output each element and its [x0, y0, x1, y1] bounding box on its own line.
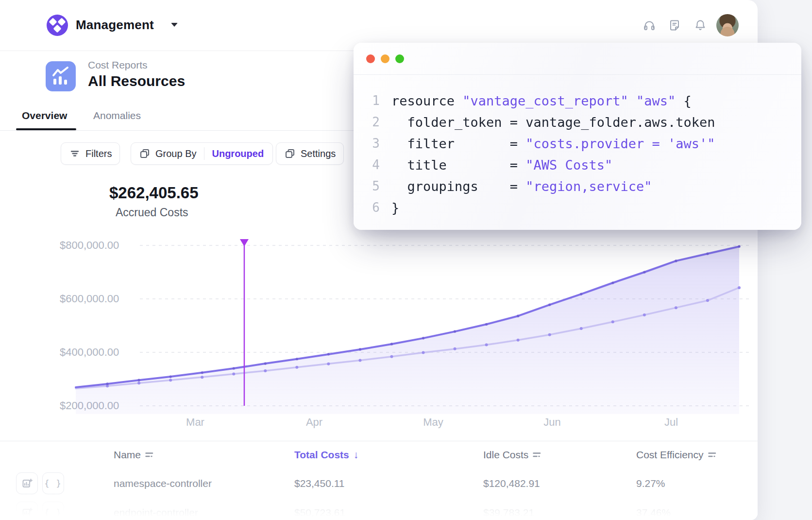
code-line: 1resource "vantage_cost_report" "aws" { — [363, 90, 794, 111]
y-tick-label: $400,000.00 — [60, 346, 119, 359]
accrued-costs-label: Accrued Costs — [116, 206, 188, 219]
x-tick-label: Mar — [186, 416, 204, 429]
notes-icon[interactable] — [668, 19, 681, 32]
code-string-token: "costs.provider = 'aws'" — [525, 136, 715, 151]
user-avatar[interactable] — [716, 14, 739, 36]
x-tick-label: May — [423, 416, 443, 429]
code-line: 2 folder_token = vantage_folder.aws.toke… — [363, 111, 794, 133]
settings-layers-icon — [284, 148, 296, 159]
workspace-name[interactable]: Management — [76, 17, 154, 33]
code-token: groupings = — [391, 179, 525, 194]
code-line: 4 title = "AWS Costs" — [363, 154, 794, 175]
line-number: 1 — [363, 93, 380, 108]
button-divider — [204, 147, 204, 160]
code-line: 6} — [363, 197, 794, 218]
y-tick-label: $600,000.00 — [60, 293, 119, 305]
code-token: resource — [391, 93, 462, 108]
tab-overview[interactable]: Overview — [22, 110, 67, 121]
breadcrumb[interactable]: Cost Reports — [88, 59, 148, 71]
close-traffic-light[interactable] — [366, 54, 375, 63]
bottom-fade-overlay — [0, 491, 758, 520]
code-line: 5 groupings = "region,service" — [363, 175, 794, 197]
code-token: } — [391, 200, 399, 215]
sort-desc-arrow-icon: ↓ — [354, 449, 359, 461]
headphones-icon[interactable] — [643, 19, 656, 32]
group-by-button[interactable]: Group By Ungrouped — [131, 142, 273, 165]
group-layers-icon — [139, 148, 151, 159]
line-number: 3 — [363, 136, 380, 151]
column-header-total-costs[interactable]: Total Costs↓ — [294, 449, 358, 461]
column-header-name[interactable]: Name — [114, 449, 153, 461]
code-window-titlebar — [354, 43, 801, 75]
tab-anomalies[interactable]: Anomalies — [93, 110, 141, 121]
table-divider — [0, 441, 758, 441]
filters-button[interactable]: Filters — [61, 142, 120, 165]
y-tick-label: $200,000.00 — [60, 399, 119, 412]
add-to-chart-icon — [21, 478, 33, 489]
line-number: 4 — [363, 157, 380, 172]
idle-costs-value: $120,482.91 — [483, 478, 540, 489]
line-number: 2 — [363, 115, 380, 129]
line-number: 6 — [363, 200, 380, 215]
settings-label: Settings — [301, 148, 336, 159]
terraform-code[interactable]: 1resource "vantage_cost_report" "aws" {2… — [363, 90, 794, 218]
chevron-down-icon[interactable] — [171, 23, 178, 27]
cost-report-chart-icon — [46, 61, 76, 91]
resource-name: namespace-controller — [114, 478, 212, 489]
column-header-cost-efficiency[interactable]: Cost Efficiency — [636, 449, 716, 461]
braces-icon: { } — [44, 479, 62, 488]
code-string-token: "region,service" — [525, 179, 652, 194]
bell-icon[interactable] — [694, 19, 707, 32]
code-editor-window[interactable]: 1resource "vantage_cost_report" "aws" {2… — [354, 43, 801, 230]
total-costs-value: $23,450.11 — [294, 478, 345, 489]
sort-icon — [533, 452, 541, 458]
code-token: filter = — [391, 136, 525, 151]
code-line: 3 filter = "costs.provider = 'aws'" — [363, 133, 794, 154]
code-string-token: "AWS Costs" — [525, 157, 612, 173]
group-by-value[interactable]: Ungrouped — [212, 148, 264, 159]
code-string-token: "vantage_cost_report" — [462, 93, 628, 108]
x-tick-label: Jul — [664, 416, 678, 429]
code-token: { — [676, 93, 692, 108]
code-string-token: "aws" — [636, 93, 676, 108]
vantage-logo-icon[interactable] — [47, 15, 68, 36]
column-header-idle-costs[interactable]: Idle Costs — [483, 449, 541, 461]
filter-icon — [69, 148, 81, 159]
accrued-costs-amount: $262,405.65 — [109, 184, 199, 202]
minimize-traffic-light[interactable] — [381, 54, 389, 63]
sort-icon — [145, 452, 153, 458]
code-token: folder_token = vantage_folder.aws.token — [391, 115, 715, 130]
code-token: title = — [391, 157, 525, 173]
zoom-traffic-light[interactable] — [395, 54, 404, 63]
filters-label: Filters — [85, 148, 112, 159]
y-tick-label: $800,000.00 — [60, 239, 119, 252]
x-tick-label: Jun — [543, 416, 560, 429]
sort-icon — [708, 452, 716, 458]
code-token — [628, 93, 636, 108]
line-number: 5 — [363, 179, 380, 193]
x-tick-label: Apr — [306, 416, 322, 429]
cost-efficiency-value: 9.27% — [636, 478, 665, 489]
settings-button[interactable]: Settings — [276, 142, 344, 165]
page-title: All Resources — [88, 73, 185, 89]
page: Management Cost Reports — [0, 0, 812, 520]
group-by-label: Group By — [155, 148, 196, 159]
